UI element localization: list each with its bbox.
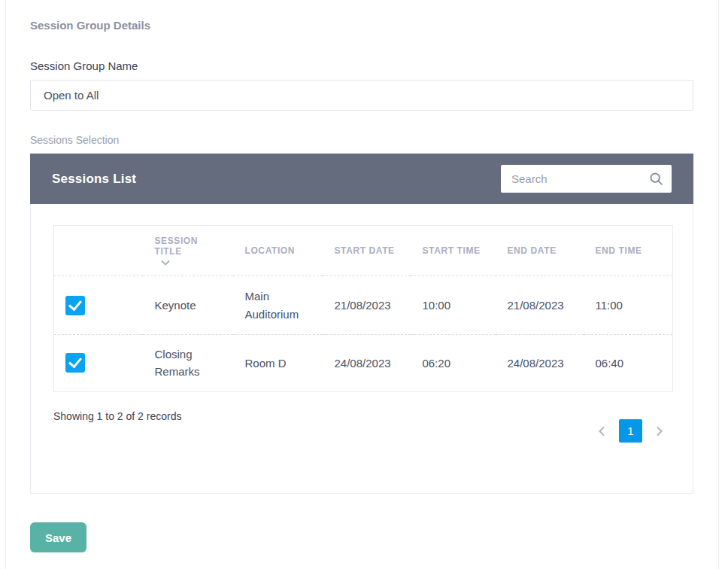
column-header-session-title[interactable]: SESSION TITLE [143, 226, 233, 276]
cell-location: Main Auditorium [233, 276, 323, 335]
cell-start-date: 24/08/2023 [323, 335, 411, 392]
row-checkbox[interactable] [65, 296, 85, 315]
chevron-left-icon [598, 426, 605, 437]
records-summary: Showing 1 to 2 of 2 records [53, 410, 671, 422]
cell-start-time: 06:20 [411, 335, 496, 392]
sessions-list-title: Sessions List [52, 172, 136, 187]
next-page-button[interactable] [648, 420, 671, 443]
save-button[interactable]: Save [30, 522, 86, 552]
container-border-right [718, 0, 719, 569]
row-checkbox[interactable] [65, 353, 85, 373]
session-group-name-input[interactable] [30, 80, 693, 111]
column-header-location[interactable]: LOCATION [233, 226, 323, 276]
column-header-end-date[interactable]: END DATE [496, 226, 584, 276]
chevron-right-icon [656, 426, 663, 437]
page-number-button[interactable]: 1 [619, 419, 642, 443]
cell-end-date: 24/08/2023 [496, 335, 584, 392]
table-header-row: SESSION TITLE LOCATION START DATE START … [54, 226, 673, 276]
column-header-start-time[interactable]: START TIME [411, 226, 496, 276]
search-box [501, 165, 672, 193]
page-title: Session Group Details [30, 19, 693, 32]
sessions-table: SESSION TITLE LOCATION START DATE START … [53, 225, 673, 392]
column-header-end-time[interactable]: END TIME [584, 226, 673, 276]
cell-location: Room D [233, 335, 323, 392]
container-border-left [5, 0, 6, 569]
session-group-form: Session Group Details Session Group Name… [30, 0, 693, 494]
table-row: Closing Remarks Room D 24/08/2023 06:20 … [54, 335, 673, 392]
sessions-list-panel: Sessions List SESS [30, 154, 693, 494]
sessions-list-header: Sessions List [30, 154, 693, 204]
cell-end-time: 06:40 [584, 335, 673, 392]
search-icon [648, 171, 664, 187]
sort-desc-icon[interactable] [161, 260, 170, 266]
column-header-checkbox [54, 226, 143, 276]
session-group-name-label: Session Group Name [30, 59, 693, 72]
cell-session-title: Closing Remarks [143, 335, 233, 392]
cell-start-time: 10:00 [411, 276, 496, 335]
pagination: 1 [590, 419, 671, 443]
search-input[interactable] [501, 165, 672, 193]
cell-start-date: 21/08/2023 [323, 276, 411, 335]
sessions-selection-label: Sessions Selection [30, 134, 693, 146]
cell-end-date: 21/08/2023 [496, 276, 584, 335]
column-header-label: SESSION TITLE [155, 236, 199, 257]
cell-session-title: Keynote [143, 276, 233, 335]
cell-end-time: 11:00 [584, 276, 673, 335]
table-row: Keynote Main Auditorium 21/08/2023 10:00… [54, 276, 673, 335]
prev-page-button[interactable] [590, 420, 613, 443]
column-header-start-date[interactable]: START DATE [323, 226, 411, 276]
sessions-table-card: SESSION TITLE LOCATION START DATE START … [30, 204, 693, 494]
